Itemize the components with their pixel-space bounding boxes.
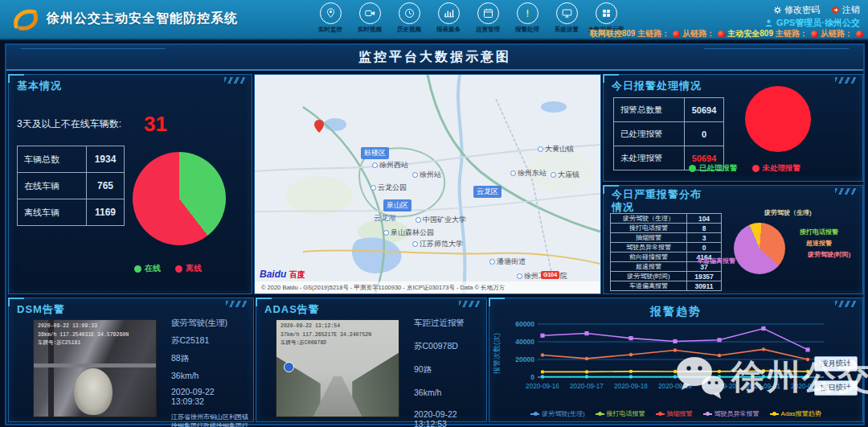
- legend-item[interactable]: 驾驶员异常报警: [703, 409, 760, 418]
- nav-item-运营管理[interactable]: 运营管理: [473, 2, 503, 34]
- nav-item-报表服务[interactable]: 报表服务: [433, 2, 464, 34]
- map-copyright: © 2020 Baidu - GS(2019)5218号 - 甲测资字11009…: [255, 281, 600, 294]
- place-dot-icon: [371, 185, 376, 191]
- table-row: 疲劳驾驶(时间)19357: [611, 272, 722, 281]
- nav-item-label: 系统设置: [555, 26, 579, 34]
- daily-stats-button[interactable]: 按日统计: [814, 380, 858, 396]
- pie-callout-label: 接打电话报警: [800, 228, 838, 236]
- basic-info-panel: 基本情况 3天及以上不在线车辆数: 31 车辆总数1934在线车辆765离线车辆…: [8, 74, 252, 294]
- nav-item-实时视频[interactable]: 实时视频: [354, 2, 385, 34]
- svg-text:2020-09-21: 2020-09-21: [747, 383, 780, 390]
- app-logo-icon: [11, 6, 40, 32]
- place-dot-icon: [412, 241, 418, 247]
- legend-item[interactable]: 离线: [175, 263, 202, 274]
- map-district-label: 鼓楼区: [361, 147, 389, 159]
- dsm-detail-line: 36km/h: [171, 371, 248, 380]
- history-clock-icon: [399, 2, 420, 24]
- legend-item[interactable]: 接打电话报警: [596, 409, 645, 418]
- baidu-logo: Baidu 百度: [260, 269, 305, 281]
- map-place-label: 潘塘街道: [489, 257, 526, 267]
- adas-alarm-panel: ADAS告警 2020-09-22 13:12:5437km/h 117.265…: [256, 298, 487, 422]
- legend-item[interactable]: 未处理报警: [752, 163, 801, 174]
- gear-icon: [773, 6, 782, 14]
- status-dot-icon: [718, 31, 725, 38]
- road-sign-icon: [284, 362, 294, 372]
- pie-callout-label: 疲劳驾驶(时间): [808, 250, 850, 259]
- monthly-stats-button[interactable]: 按月统计: [814, 356, 858, 372]
- online-offline-pie-chart: [133, 152, 226, 245]
- logout-button[interactable]: 注销: [831, 4, 860, 16]
- severe-alarm-panel: 今日严重报警分布情况 疲劳驾驶（生理）104接打电话报警8抽烟报警3驾驶员异常报…: [603, 185, 863, 294]
- place-dot-icon: [551, 172, 556, 178]
- pie-callout-label: 车道偏离报警: [697, 257, 735, 265]
- place-dot-icon: [510, 170, 516, 176]
- map-place-label: 徐州西站: [372, 160, 408, 170]
- baidu-logo-latin: Baidu: [260, 269, 286, 280]
- adas-detail-line: 苏C00978D: [414, 341, 486, 352]
- map-canvas: [255, 75, 600, 294]
- map-place-label: 江苏师范大学: [412, 239, 463, 249]
- offline-3day-value: 31: [144, 113, 167, 134]
- status-dot-icon: [811, 31, 818, 38]
- nav-item-实时监控[interactable]: 实时监控: [315, 2, 346, 34]
- adas-details: 车距过近报警苏C00978D90路36km/h2020-09-22 13:12:…: [414, 318, 486, 427]
- map-place-label: 中国矿业大学: [416, 215, 466, 225]
- current-user[interactable]: GPS管理员·徐州公交: [764, 17, 860, 29]
- dsm-driver-photo[interactable]: 2020-09-22 13:09:3336km/h 117.254031E 34…: [33, 319, 157, 417]
- legend-item[interactable]: 抽烟报警: [656, 409, 693, 418]
- svg-text:2020-09-18: 2020-09-18: [614, 383, 648, 390]
- main-nav: 实时监控实时视频历史视频报表服务运营管理报警处理系统设置大数据展示图: [315, 2, 621, 34]
- table-row: 已处理报警0: [614, 122, 724, 146]
- legend-item[interactable]: 在线: [134, 263, 161, 274]
- link-status-segment: 主链路：: [776, 28, 808, 39]
- driver-face: [74, 368, 113, 415]
- severe-alarm-pie-chart: [734, 223, 785, 274]
- table-row: 抽烟报警3: [611, 233, 722, 243]
- nav-item-历史视频[interactable]: 历史视频: [394, 2, 424, 34]
- dsm-detail-line: 苏C25181: [171, 335, 248, 347]
- dsm-alarm-panel: DSM告警 2020-09-22 13:09:3336km/h 117.2540…: [8, 298, 254, 422]
- legend-item[interactable]: 已处理报警: [689, 163, 738, 174]
- map-place-label: 云龙湖: [374, 213, 395, 224]
- nav-item-报警处理[interactable]: 报警处理: [512, 2, 542, 34]
- nav-item-label: 实时视频: [358, 26, 382, 34]
- trend-y-axis-label: 报警次数(次): [492, 333, 502, 374]
- place-dot-icon: [517, 273, 522, 279]
- adas-photo-overlay: 2020-09-22 13:12:5437km/h 117.265217E 34…: [280, 322, 371, 348]
- table-row: 离线车辆1169: [18, 199, 125, 226]
- basic-pie-legend: 在线离线: [134, 263, 202, 274]
- map-district-label: 云龙区: [473, 186, 502, 198]
- offline-3day-stat: 3天及以上不在线车辆数: 31: [17, 113, 167, 134]
- alarm-pie-legend: 已处理报警未处理报警: [689, 163, 800, 174]
- adas-detail-line: 车距过近报警: [414, 318, 486, 329]
- bar-chart-icon: [438, 2, 460, 24]
- svg-text:2020-09-20: 2020-09-20: [702, 383, 736, 390]
- table-row: 在线车辆765: [18, 173, 125, 199]
- dashboard-title-bar: 监控平台大数据示意图: [6, 45, 863, 71]
- change-password-button[interactable]: 修改密码: [773, 4, 820, 16]
- legend-item[interactable]: 疲劳驾驶(生理): [530, 409, 584, 418]
- video-camera-icon: [359, 2, 381, 24]
- today-alarm-title: 今日报警处理情况: [612, 79, 702, 93]
- city-map[interactable]: 鼓楼区云龙区泉山区徐州西站徐州站云龙公园云龙湖中国矿业大学泉山森林公园江苏师范大…: [254, 74, 601, 294]
- svg-text:60000: 60000: [515, 320, 534, 328]
- nav-item-系统设置[interactable]: 系统设置: [551, 2, 582, 34]
- link-status-segment: 联网联控809: [590, 28, 636, 39]
- page-title: 监控平台大数据示意图: [358, 49, 511, 66]
- map-place-label: 大黄山镇: [538, 144, 574, 154]
- legend-item[interactable]: Adas报警趋势: [770, 409, 821, 418]
- dsm-details: 疲劳驾驶(生理)苏C2518188路36km/h2020-09-22 13:09…: [171, 318, 248, 427]
- svg-text:2020-09-16: 2020-09-16: [526, 383, 559, 390]
- nav-item-label: 历史视频: [397, 26, 421, 34]
- road-number-badge: G104: [541, 271, 559, 279]
- dsm-photo-overlay: 2020-09-22 13:09:3336km/h 117.254031E 34…: [38, 322, 129, 348]
- table-row: 接打电话报警8: [611, 224, 722, 233]
- link-status-bar: 联网联控809主链路：从链路：主动安全809主链路：从链路：: [590, 28, 863, 39]
- status-dot-icon: [856, 31, 863, 38]
- table-row: 车辆总数1934: [18, 146, 125, 173]
- adas-road-photo[interactable]: 2020-09-22 13:12:5437km/h 117.265217E 34…: [276, 319, 399, 417]
- dsm-address: 江苏省徐州市铜山区利国镇徐钢集团行政楼徐钢集团行政楼东南357米: [171, 413, 248, 427]
- table-row: 车道偏离报警30911: [611, 281, 722, 291]
- trend-line-chart: 02000040000600002020-09-162020-09-172020…: [507, 319, 835, 398]
- severe-alarm-title: 今日严重报警分布情况: [612, 188, 710, 213]
